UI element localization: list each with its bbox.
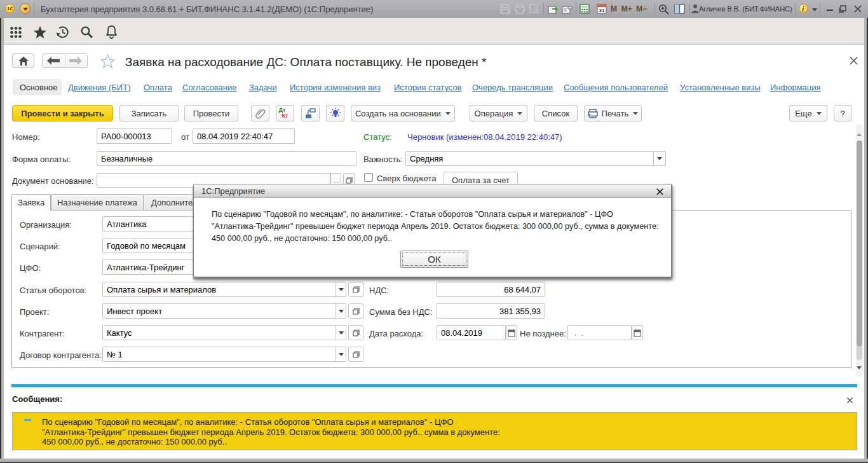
svg-text:31: 31 [599, 8, 605, 13]
